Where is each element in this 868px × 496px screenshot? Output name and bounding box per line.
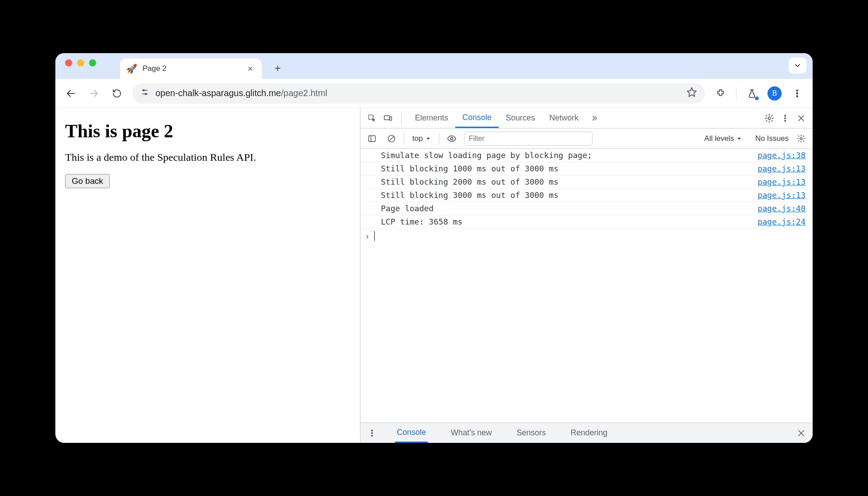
log-message: Page loaded bbox=[381, 204, 758, 213]
console-toolbar: top All levels No Issues bbox=[360, 128, 813, 149]
site-settings-icon[interactable] bbox=[140, 88, 149, 99]
log-message: Still blocking 2000 ms out of 3000 ms bbox=[381, 177, 758, 186]
content-area: This is page 2 This is a demo of the Spe… bbox=[55, 108, 813, 443]
context-label: top bbox=[412, 134, 423, 143]
labs-button[interactable] bbox=[744, 86, 760, 101]
svg-point-14 bbox=[785, 115, 786, 116]
issues-button[interactable]: No Issues bbox=[755, 134, 789, 143]
browser-toolbar: open-chalk-asparagus.glitch.me/page2.htm… bbox=[55, 79, 813, 108]
drawer-tab-console[interactable]: Console bbox=[395, 423, 428, 443]
divider bbox=[404, 133, 404, 144]
svg-point-16 bbox=[785, 120, 786, 121]
inspect-element-icon[interactable] bbox=[365, 111, 379, 125]
svg-marker-25 bbox=[738, 138, 741, 140]
bookmark-star-icon[interactable] bbox=[686, 87, 697, 100]
page-paragraph: This is a demo of the Speculation Rules … bbox=[65, 151, 350, 163]
address-bar[interactable]: open-chalk-asparagus.glitch.me/page2.htm… bbox=[132, 83, 705, 104]
chevron-down-icon bbox=[736, 136, 742, 141]
extensions-button[interactable] bbox=[713, 86, 728, 101]
drawer-tab-what-s-new[interactable]: What's new bbox=[449, 423, 493, 443]
divider bbox=[439, 133, 439, 144]
svg-rect-19 bbox=[369, 136, 376, 141]
svg-point-29 bbox=[372, 435, 373, 436]
devtools-tab-network[interactable]: Network bbox=[542, 108, 585, 128]
context-selector[interactable]: top bbox=[410, 134, 434, 143]
log-source-link[interactable]: page.js:13 bbox=[758, 164, 808, 173]
console-log-row: LCP time: 3658 mspage.js:24 bbox=[360, 215, 813, 229]
svg-point-3 bbox=[143, 89, 144, 91]
tabs-menu-button[interactable] bbox=[789, 58, 806, 74]
devtools-drawer: ConsoleWhat's newSensorsRendering bbox=[360, 422, 813, 443]
console-settings-icon[interactable] bbox=[794, 132, 808, 146]
more-tabs-icon[interactable] bbox=[587, 111, 601, 125]
live-expression-icon[interactable] bbox=[445, 132, 459, 146]
log-source-link[interactable]: page.js:38 bbox=[758, 151, 808, 160]
drawer-tab-sensors[interactable]: Sensors bbox=[515, 423, 548, 443]
devtools-tab-elements[interactable]: Elements bbox=[408, 108, 455, 128]
log-source-link[interactable]: page.js:13 bbox=[758, 177, 808, 186]
console-log-row: Still blocking 1000 ms out of 3000 mspag… bbox=[360, 162, 813, 175]
toolbar-divider bbox=[736, 88, 736, 99]
url-host: open-chalk-asparagus.glitch.me/page2.htm… bbox=[155, 88, 327, 98]
browser-window: 🚀 Page 2 × + open-chalk-asparagus.glitch… bbox=[55, 53, 813, 443]
console-log-row: Still blocking 2000 ms out of 3000 mspag… bbox=[360, 175, 813, 189]
devtools-close-icon[interactable] bbox=[794, 111, 808, 125]
tab-close-button[interactable]: × bbox=[245, 63, 256, 75]
reload-button[interactable] bbox=[109, 86, 124, 101]
svg-marker-23 bbox=[426, 138, 430, 140]
drawer-menu-icon[interactable] bbox=[365, 426, 379, 440]
devtools-tab-bar: ElementsConsoleSourcesNetwork bbox=[360, 108, 813, 128]
close-window-button[interactable] bbox=[65, 59, 72, 66]
page-heading: This is page 2 bbox=[65, 120, 350, 142]
svg-point-9 bbox=[797, 95, 798, 97]
log-source-link[interactable]: page.js:13 bbox=[758, 190, 808, 200]
new-tab-button[interactable]: + bbox=[270, 60, 286, 76]
toggle-sidebar-icon[interactable] bbox=[365, 132, 379, 146]
minimize-window-button[interactable] bbox=[77, 59, 84, 66]
devtools-panel: ElementsConsoleSourcesNetwork bbox=[360, 108, 813, 443]
devtools-tab-sources[interactable]: Sources bbox=[499, 108, 542, 128]
tab-favicon-icon: 🚀 bbox=[126, 63, 137, 74]
divider bbox=[401, 112, 402, 124]
browser-tab[interactable]: 🚀 Page 2 × bbox=[120, 58, 262, 79]
devtools-settings-icon[interactable] bbox=[762, 111, 776, 125]
svg-point-8 bbox=[797, 93, 798, 94]
devtools-menu-icon[interactable] bbox=[778, 111, 792, 125]
console-prompt[interactable]: › bbox=[360, 229, 813, 244]
log-message: LCP time: 3658 ms bbox=[381, 217, 758, 226]
log-levels-label: All levels bbox=[704, 134, 734, 143]
svg-point-15 bbox=[785, 117, 786, 119]
svg-point-5 bbox=[145, 93, 147, 95]
log-message: Still blocking 3000 ms out of 3000 ms bbox=[381, 190, 758, 200]
text-caret bbox=[374, 231, 375, 241]
console-log-row: Page loadedpage.js:40 bbox=[360, 202, 813, 215]
svg-point-13 bbox=[768, 117, 771, 120]
window-controls bbox=[62, 59, 102, 73]
log-levels-selector[interactable]: All levels bbox=[704, 134, 742, 143]
drawer-close-icon[interactable] bbox=[794, 426, 808, 440]
go-back-button[interactable]: Go back bbox=[65, 174, 110, 188]
svg-line-22 bbox=[389, 136, 394, 141]
svg-point-28 bbox=[372, 432, 373, 434]
devtools-tab-console[interactable]: Console bbox=[455, 108, 499, 128]
profile-avatar[interactable]: B bbox=[767, 86, 782, 101]
drawer-tab-rendering[interactable]: Rendering bbox=[569, 423, 609, 443]
chrome-menu-button[interactable] bbox=[790, 86, 805, 101]
rendered-page: This is page 2 This is a demo of the Spe… bbox=[55, 108, 360, 443]
clear-console-icon[interactable] bbox=[384, 132, 399, 146]
console-log-row: Simulate slow loading page by blocking p… bbox=[360, 149, 813, 162]
svg-point-7 bbox=[797, 90, 798, 91]
forward-button[interactable] bbox=[86, 86, 101, 101]
tab-title: Page 2 bbox=[143, 64, 240, 73]
log-message: Still blocking 1000 ms out of 3000 ms bbox=[381, 164, 758, 173]
console-filter-input[interactable] bbox=[464, 132, 593, 146]
back-button[interactable] bbox=[63, 86, 78, 101]
log-source-link[interactable]: page.js:40 bbox=[758, 204, 808, 213]
chevron-down-icon bbox=[426, 136, 431, 141]
maximize-window-button[interactable] bbox=[89, 59, 96, 66]
console-output: Simulate slow loading page by blocking p… bbox=[360, 149, 813, 422]
svg-rect-12 bbox=[390, 116, 391, 120]
tab-strip: 🚀 Page 2 × + bbox=[55, 53, 813, 79]
device-toolbar-icon[interactable] bbox=[381, 111, 395, 125]
log-source-link[interactable]: page.js:24 bbox=[758, 217, 808, 226]
